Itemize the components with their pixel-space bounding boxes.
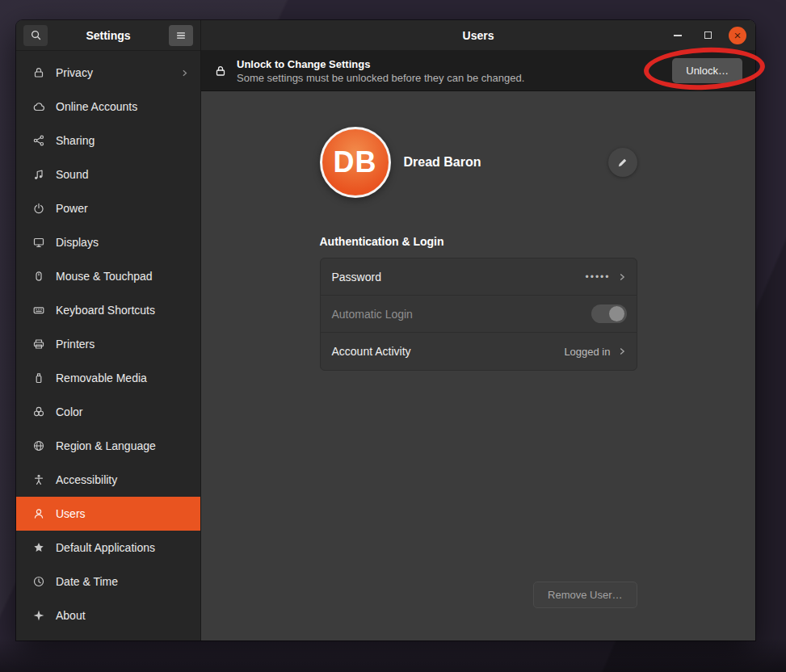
password-label: Password [332,271,381,284]
sidebar-item-label: Online Accounts [56,100,137,113]
sidebar-item-removable-media[interactable]: Removable Media [16,361,200,395]
settings-window: Settings Privacy Online Accounts [16,20,755,640]
sidebar-item-sound[interactable]: Sound [16,158,200,191]
search-button[interactable] [23,25,48,46]
sidebar-item-label: Printers [56,338,95,351]
edit-name-button[interactable] [608,148,637,177]
password-value: ••••• [585,271,610,283]
sidebar-item-label: Region & Language [56,439,156,452]
menu-button[interactable] [169,25,193,46]
sidebar: Settings Privacy Online Accounts [16,20,201,640]
remove-user-button[interactable]: Remove User… [533,582,637,608]
chevron-right-icon [617,272,627,282]
sidebar-item-color[interactable]: Color [16,395,200,429]
account-activity-row[interactable]: Account Activity Logged in [321,333,637,370]
power-icon [32,202,45,215]
star-icon [32,541,45,554]
printer-icon [32,338,45,351]
mouse-icon [32,270,45,283]
banner-title: Unlock to Change Settings [237,58,524,70]
sidebar-item-about[interactable]: About [16,598,200,632]
chevron-right-icon [180,69,189,78]
sidebar-item-default-applications[interactable]: Default Applications [16,531,200,565]
user-identity-row: DB Dread Baron [320,127,637,198]
pencil-icon [616,157,628,169]
sidebar-item-label: Color [56,405,82,418]
automatic-login-row: Automatic Login [321,296,637,333]
user-name: Dread Baron [404,155,481,170]
sidebar-item-mouse-touchpad[interactable]: Mouse & Touchpad [16,259,200,293]
sidebar-item-sharing[interactable]: Sharing [16,124,200,158]
account-activity-label: Account Activity [332,345,411,358]
minimize-icon [674,35,682,36]
search-icon [30,29,42,41]
main-headerbar: Users × [201,20,755,51]
sparkle-icon [32,609,45,622]
cloud-icon [32,100,45,113]
lock-icon [214,65,227,78]
sidebar-item-label: Sharing [56,134,95,147]
sidebar-item-date-time[interactable]: Date & Time [16,565,200,598]
users-icon [32,507,45,520]
window-controls: × [669,27,755,44]
sidebar-list: Privacy Online Accounts Sharing Sound [16,51,200,640]
sidebar-item-label: Displays [56,236,99,249]
sidebar-item-label: Power [56,202,88,215]
display-icon [32,236,45,249]
sidebar-item-label: About [56,609,86,622]
main-panel: Users × Unlock to Change Settings Some s… [201,20,755,640]
flash-drive-icon [32,372,45,384]
sidebar-item-label: Sound [56,168,88,181]
share-icon [32,134,45,147]
hamburger-menu-icon [175,30,187,41]
section-title-authentication: Authentication & Login [320,235,637,248]
account-activity-value: Logged in [564,346,610,358]
sidebar-item-label: Users [56,507,86,520]
keyboard-icon [32,304,45,317]
unlock-banner: Unlock to Change Settings Some settings … [201,51,755,91]
sidebar-item-label: Default Applications [56,541,155,554]
sidebar-headerbar: Settings [16,20,200,51]
sidebar-item-keyboard-shortcuts[interactable]: Keyboard Shortcuts [16,293,200,327]
sidebar-item-label: Mouse & Touchpad [56,270,153,283]
chevron-right-icon [617,346,627,356]
maximize-icon [704,32,712,39]
sidebar-item-region-language[interactable]: Region & Language [16,429,200,463]
minimize-button[interactable] [669,27,687,44]
close-icon: × [734,29,742,41]
accessibility-icon [32,473,45,486]
sidebar-item-displays[interactable]: Displays [16,225,200,259]
sidebar-item-users[interactable]: Users [16,497,200,531]
users-content: DB Dread Baron Authentication & Login Pa… [201,91,755,640]
sidebar-item-printers[interactable]: Printers [16,327,200,361]
maximize-button[interactable] [699,27,717,44]
password-row[interactable]: Password ••••• [321,258,637,296]
toggle-knob [609,306,624,321]
sidebar-item-label: Accessibility [56,473,117,486]
banner-text: Unlock to Change Settings Some settings … [237,58,524,84]
sidebar-item-privacy[interactable]: Privacy [16,56,200,90]
sidebar-item-label: Keyboard Shortcuts [56,304,155,317]
color-circles-icon [32,405,45,418]
close-button[interactable]: × [729,27,746,44]
automatic-login-toggle[interactable] [591,304,627,323]
automatic-login-label: Automatic Login [332,308,413,321]
lock-icon [32,66,45,79]
clock-icon [32,575,45,588]
authentication-card: Password ••••• Automatic Login Account A… [320,258,637,371]
sidebar-item-label: Date & Time [56,575,118,588]
sidebar-item-label: Removable Media [56,372,147,384]
desktop-background: Settings Privacy Online Accounts [0,0,786,672]
banner-subtitle: Some settings must be unlocked before th… [237,72,524,84]
sidebar-item-power[interactable]: Power [16,191,200,225]
globe-icon [32,439,45,452]
bottom-actions: Remove User… [320,582,637,608]
sidebar-item-online-accounts[interactable]: Online Accounts [16,90,200,124]
unlock-button[interactable]: Unlock… [672,58,742,83]
sidebar-item-accessibility[interactable]: Accessibility [16,463,200,497]
sidebar-item-label: Privacy [56,66,93,79]
user-avatar[interactable]: DB [320,127,391,198]
music-note-icon [32,168,45,181]
